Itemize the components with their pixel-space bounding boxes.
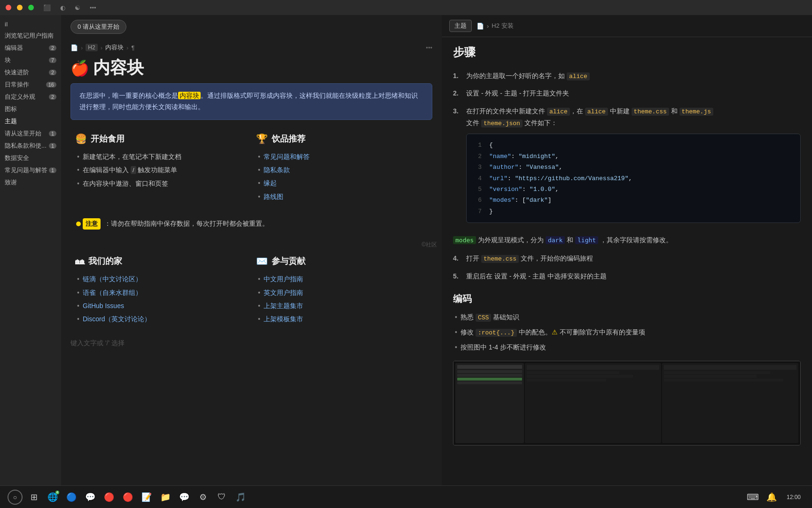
code-line-3: 3 "author": "Vanessa",	[474, 162, 793, 173]
sidebar-item-privacy[interactable]: 隐私条款和使... 1	[0, 140, 61, 152]
sidebar-item-getstarted[interactable]: 请从这里开始 1	[0, 127, 61, 140]
sidebar-item-icons[interactable]: 图标	[0, 103, 61, 115]
list-item[interactable]: 路线图	[256, 190, 428, 203]
list-item[interactable]: 链滴（中文讨论区）	[75, 272, 247, 286]
section-title-text: 开始食用	[91, 133, 125, 144]
sidebar-item-themes[interactable]: 主题	[0, 115, 61, 127]
list-item[interactable]: Discord（英文讨论论）	[75, 312, 247, 325]
list-item[interactable]: GitHub Issues	[75, 299, 247, 312]
start-menu-button[interactable]: ○	[8, 490, 23, 505]
start-button[interactable]: 0 请从这里开始	[70, 20, 126, 34]
shield-icon[interactable]: 🛡	[214, 490, 229, 505]
start-button-label: 0 请从这里开始	[78, 23, 119, 31]
sidebar-item-thanks[interactable]: 致谢	[0, 176, 61, 189]
edge-icon[interactable]: 🔵	[64, 490, 79, 505]
notice-text: ：请勿在帮助指南中保存数据，每次打开时都会被重置。	[104, 218, 269, 229]
steps-list-cont: 打开 theme.css 文件，开始你的编码旅程 重启后在 设置 - 外观 - …	[453, 250, 801, 285]
wechat-icon[interactable]: 💬	[177, 490, 192, 505]
intro-highlight: 内容块	[178, 92, 201, 99]
list-item[interactable]: 隐私条款	[256, 163, 428, 176]
red-icon-2[interactable]: 🔴	[120, 490, 135, 505]
more-icon[interactable]: •••	[90, 4, 96, 11]
keyboard-icon[interactable]: ⌨	[745, 490, 760, 505]
liandi-link[interactable]: 链滴（中文讨论区）	[83, 275, 142, 283]
template-market-link[interactable]: 上架模板集市	[264, 315, 303, 323]
sidebar-badge: 2	[49, 94, 56, 100]
sidebar-item-blocks[interactable]: 块 7	[0, 54, 61, 66]
sidebar-badge: 2	[49, 45, 56, 51]
edge-browser-icon[interactable]: 🌐 4	[45, 490, 60, 505]
list-item[interactable]: 上架模板集市	[256, 312, 428, 325]
list-item[interactable]: 常见问题和解答	[256, 150, 428, 163]
breadcrumb-h2: H2	[86, 44, 97, 51]
sidebar-label: 快速进阶	[5, 68, 29, 77]
sidebar-label: 隐私条款和使...	[5, 142, 47, 150]
sidebar-label: 主题	[5, 117, 17, 126]
page-title: 内容块	[93, 56, 144, 79]
folder-icon[interactable]: 📁	[158, 490, 173, 505]
origin-link[interactable]: 缘起	[264, 179, 277, 187]
code-line-1: 1 {	[474, 140, 793, 151]
sidebar-item-custom[interactable]: 自定义外观 2	[0, 91, 61, 103]
modes-desc: modes 为外观呈现模式，分为 dark 和 light ，其余字段请按需修改…	[453, 234, 801, 246]
list-item[interactable]: 英文用户指南	[256, 286, 428, 299]
sidebar-item-faq[interactable]: 常见问题与解答 1	[0, 164, 61, 176]
sidebar-label: 日常操作	[5, 80, 29, 89]
siyuan-icon[interactable]: 📝	[139, 490, 154, 505]
sidebar-item-operations[interactable]: 日常操作 16	[0, 79, 61, 91]
notification-icon[interactable]: 🔔	[764, 490, 779, 505]
en-guide-link[interactable]: 英文用户指南	[264, 289, 303, 296]
sidebar-item-quickstart[interactable]: 快速进阶 2	[0, 66, 61, 79]
top-bar: 0 请从这里开始	[61, 15, 442, 39]
title-bar-icon: ⬛	[43, 4, 51, 11]
section-title-home: 🏘 我们的家	[75, 255, 247, 267]
privacy-link[interactable]: 隐私条款	[264, 166, 290, 174]
list-item[interactable]: 语雀（自来水群组）	[75, 286, 247, 299]
section-title-text: 饮品推荐	[272, 133, 305, 144]
bottom-placeholder: 键入文字或 '/' 选择	[70, 339, 125, 347]
social-tag: ©社区	[61, 239, 442, 250]
list-item[interactable]: 上架主题集市	[256, 299, 428, 312]
bottom-input-area[interactable]: 键入文字或 '/' 选择	[61, 333, 442, 353]
sidebar-item-editor[interactable]: 编辑器 2	[0, 42, 61, 54]
intro-box: 在思源中，唯一重要的核心概念是内容块。通过排版格式即可形成内容块，这样我们就能在…	[70, 83, 432, 120]
content-area: 0 请从这里开始 📄 › H2 › 内容块 › ¶ •••	[61, 15, 812, 485]
yuque-link[interactable]: 语雀（自来水群组）	[83, 289, 142, 296]
list-item[interactable]: 缘起	[256, 176, 428, 190]
content-grid: 🍔 开始食用 新建笔记本，在笔记本下新建文档 在编辑器中输入 / 触发功能菜单 …	[61, 127, 442, 211]
notice-badge: 注意	[83, 218, 101, 230]
chat-icon[interactable]: 💬	[83, 490, 98, 505]
left-panel: 0 请从这里开始 📄 › H2 › 内容块 › ¶ •••	[61, 15, 442, 485]
task-view-icon[interactable]: ⊞	[26, 490, 41, 505]
coding-title: 编码	[453, 293, 801, 305]
discord-link[interactable]: Discord（英文讨论论）	[83, 315, 151, 323]
settings-icon[interactable]: ⚙	[195, 490, 211, 505]
section-list-drinks: 常见问题和解答 隐私条款 缘起 路线图	[256, 150, 428, 204]
sidebar-item-datasecurity[interactable]: 数据安全	[0, 152, 61, 164]
close-button[interactable]	[6, 5, 11, 10]
list-item: 在内容块中遨游、窗口和页签	[75, 177, 247, 190]
theme-market-link[interactable]: 上架主题集市	[264, 302, 303, 310]
roadmap-link[interactable]: 路线图	[264, 193, 283, 200]
github-link[interactable]: GitHub Issues	[83, 302, 124, 310]
step-1: 为你的主题取一个好听的名字，如 alice	[453, 67, 801, 85]
minimize-button[interactable]	[17, 5, 23, 10]
zh-guide-link[interactable]: 中文用户指南	[264, 275, 303, 283]
theme-content: 步骤 为你的主题取一个好听的名字，如 alice 设置 - 外观 - 主题 - …	[442, 37, 812, 485]
step-2: 设置 - 外观 - 主题 - 打开主题文件夹	[453, 85, 801, 102]
faq-link[interactable]: 常见问题和解答	[264, 153, 310, 160]
music-icon[interactable]: 🎵	[233, 490, 248, 505]
sidebar-item-top: iI	[0, 19, 61, 30]
coding-item-3: 按照图中 1-4 步不断进行修改	[453, 340, 801, 355]
sidebar-badge: 7	[49, 57, 56, 63]
sidebar: iI 浏览笔记用户指南 编辑器 2 块 7 快速进阶 2 日常操作 16 自定义…	[0, 15, 61, 485]
maximize-button[interactable]	[28, 5, 34, 10]
intro-text-before: 在思源中，唯一重要的核心概念是	[79, 92, 178, 99]
list-text: 在编辑器中输入 / 触发功能菜单	[83, 166, 177, 174]
red-icon-1[interactable]: 🔴	[102, 490, 117, 505]
list-item[interactable]: 中文用户指南	[256, 272, 428, 286]
section-title-text: 参与贡献	[272, 255, 305, 267]
alice-code1: alice	[547, 108, 570, 116]
sidebar-item-user-guide[interactable]: 浏览笔记用户指南	[0, 30, 61, 42]
more-options-icon[interactable]: •••	[426, 44, 432, 51]
